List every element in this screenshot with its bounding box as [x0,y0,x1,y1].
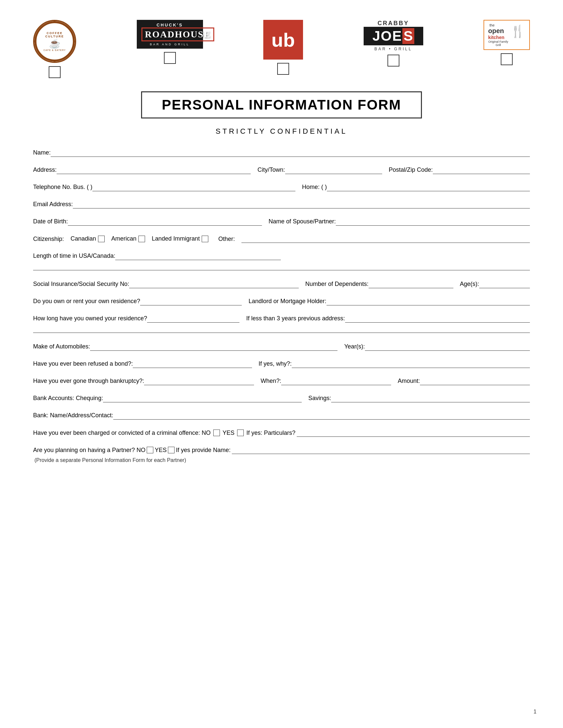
divider2 [33,333,530,333]
chequing-field[interactable] [103,394,302,402]
particulars-field[interactable] [297,429,530,437]
refused-bond-label: Have you ever been refused a bond?: [33,360,133,368]
citizenship-row: Citizenship: Canadian American Landed Im… [33,235,530,243]
city-field[interactable] [285,166,382,174]
criminal-label: Have you ever been charged or convicted … [33,430,211,436]
if-yes-why-field[interactable] [292,360,530,368]
telephone-home-field[interactable] [327,183,530,191]
savings-field[interactable] [331,394,530,402]
amount-label: Amount: [391,378,420,385]
less3-label: If less than 3 years previous address: [239,315,345,323]
coffee-culture-logo: COFFEE CULTURE ☕ CAFE & EATERY [33,20,76,63]
bankruptcy-field[interactable] [144,377,254,385]
provide-name-label: If yes provide Name: [176,447,230,454]
own-rent-row: Do you own or rent your own residence? L… [33,297,530,305]
yes-label: YES [222,430,234,436]
citizenship-label: Citizenship: [33,236,64,243]
dob-row: Date of Birth: Name of Spouse/Partner: [33,218,530,226]
chucks-roadhouse-logo: CHUCK'S ROADHOUSE BAR AND GRILL [137,20,203,49]
telephone-bus-field[interactable] [92,183,296,191]
partner-no-checkbox[interactable] [147,447,153,453]
landed-label: Landed Immigrant [152,235,200,243]
header-logos: COFFEE CULTURE ☕ CAFE & EATERY CHUCK'S R… [26,20,537,78]
sin-label: Social Insurance/Social Security No: [33,281,129,288]
divider1 [33,270,530,270]
dependents-label: Number of Dependents: [299,281,369,288]
open-kitchen-logo: the open kitchen Original Family Grill 🍴 [484,20,530,50]
less3-field[interactable] [345,315,530,323]
ages-label: Age(s): [453,281,479,288]
open-kitchen-logo-item: the open kitchen Original Family Grill 🍴 [484,20,530,65]
title-section: PERSONAL INFORMATION FORM STRICTLY CONFI… [26,91,537,136]
ub-logo-item: ub [263,20,303,75]
chucks-roadhouse-logo-item: CHUCK'S ROADHOUSE BAR AND GRILL [137,20,203,64]
telephone-row: Telephone No. Bus. ( ) Home: ( ) [33,183,530,191]
yes2-label: YES [155,447,166,454]
sin-row: Social Insurance/Social Security No: Num… [33,280,530,288]
page-number: 1 [534,709,537,715]
name-label: Name: [33,149,51,157]
postal-field[interactable] [433,166,530,174]
bank-name-row: Bank: Name/Address/Contact: [33,412,530,420]
dependents-field[interactable] [369,280,453,288]
canadian-item: Canadian [70,235,105,243]
american-label: American [111,235,136,243]
landlord-field[interactable] [327,297,530,305]
criminal-no-checkbox[interactable] [213,430,220,436]
criminal-yes-checkbox[interactable] [237,430,244,436]
length-field[interactable] [115,252,281,260]
bank-name-field[interactable] [113,412,530,420]
address-field[interactable] [57,166,251,174]
main-title: PERSONAL INFORMATION FORM [162,97,401,113]
dob-field[interactable] [68,218,262,226]
refused-bond-field[interactable] [133,360,252,368]
city-label: City/Town: [251,166,285,174]
other-field[interactable] [241,235,530,243]
partner-yes-checkbox[interactable] [168,447,174,453]
ages-field[interactable] [479,280,530,288]
open-kitchen-checkbox[interactable] [501,53,513,65]
other-label: Other: [215,236,235,243]
automobiles-label: Make of Automobiles: [33,343,90,351]
amount-field[interactable] [420,377,530,385]
crabby-joes-checkbox[interactable] [388,55,399,67]
coffee-culture-checkbox[interactable] [49,66,61,78]
howlong-field[interactable] [147,315,239,323]
length-row: Length of time in USA/Canada: [33,252,530,260]
bankruptcy-row: Have you ever gone through bankruptcy?: … [33,377,530,385]
own-rent-field[interactable] [140,297,242,305]
automobiles-row: Make of Automobiles: Year(s): [33,343,530,351]
ub-checkbox[interactable] [277,63,289,75]
partner-row: Are you planning on having a Partner? NO… [33,446,530,454]
telephone-label: Telephone No. Bus. ( ) [33,184,92,191]
email-row: Email Address: [33,201,530,208]
name-row: Name: [33,149,530,157]
home-label: Home: ( ) [296,184,327,191]
kitchen-icon: 🍴 [510,23,525,38]
criminal-row: Have you ever been charged or convicted … [33,429,530,437]
bank-accounts-row: Bank Accounts: Chequing: Savings: [33,394,530,402]
american-checkbox[interactable] [138,236,145,242]
when-field[interactable] [281,377,391,385]
automobiles-field[interactable] [90,343,338,351]
email-field[interactable] [73,201,530,208]
year-field[interactable] [365,343,530,351]
landed-checkbox[interactable] [202,236,208,242]
sin-field[interactable] [129,280,299,288]
main-title-box: PERSONAL INFORMATION FORM [141,91,422,118]
partner-q-label: Are you planning on having a Partner? NO [33,447,145,454]
chucks-checkbox[interactable] [164,52,176,64]
partner-name-field[interactable] [232,446,530,454]
landlord-label: Landlord or Mortgage Holder: [242,298,326,305]
address-row: Address: City/Town: Postal/Zip Code: [33,166,530,174]
spouse-field[interactable] [336,218,530,226]
crabby-joes-logo: CRABBY J O E S BAR • GRILL [364,20,423,51]
savings-label: Savings: [302,395,331,402]
email-label: Email Address: [33,201,73,208]
canadian-checkbox[interactable] [98,236,105,242]
name-field[interactable] [51,149,530,157]
when-label: When?: [254,378,281,385]
particulars-label: If yes: Particulars? [246,430,296,436]
spouse-label: Name of Spouse/Partner: [262,218,336,226]
year-label: Year(s): [338,343,365,351]
